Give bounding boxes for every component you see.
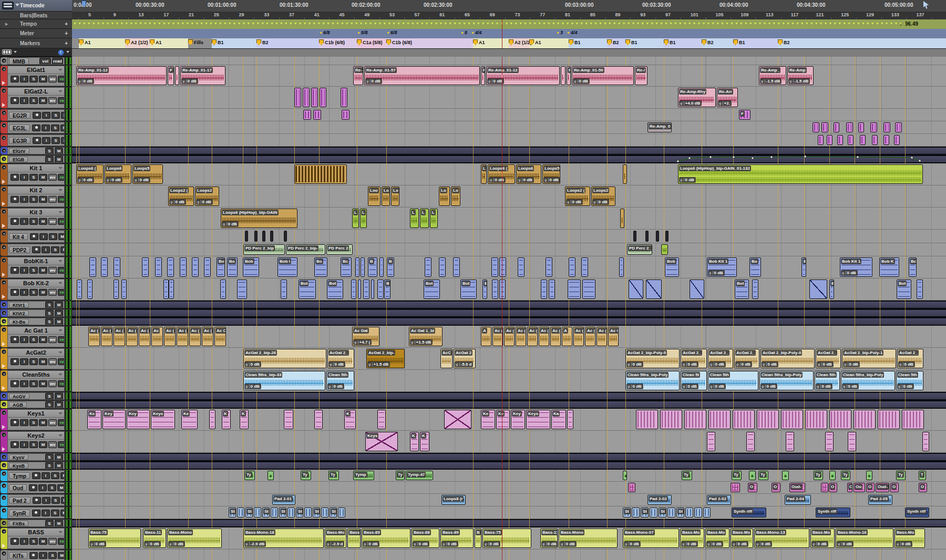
track-name[interactable]: EG3L (9, 125, 30, 131)
clip-gain-badge[interactable]: φ0 dB (489, 177, 506, 183)
marker[interactable]: A1 (150, 39, 162, 45)
clip[interactable]: Ac ( (527, 327, 538, 346)
clip[interactable]: AcGat 2_φ0 dB (327, 349, 354, 368)
marker[interactable]: B2 (778, 39, 790, 45)
clip[interactable]: Bob Kit 1φ0 dB (840, 257, 872, 277)
input-monitor-button[interactable]: I (39, 233, 48, 240)
track-name[interactable]: PDP2 (9, 246, 30, 253)
solo-button[interactable]: S (29, 441, 38, 448)
marker-flag-icon[interactable] (125, 39, 130, 45)
clip-gain-badge[interactable]: φ0 dB (682, 361, 698, 367)
clip-gain-badge[interactable]: φ0 dB (626, 361, 643, 367)
record-enable-button[interactable] (32, 472, 40, 479)
automation-read-button[interactable]: read (52, 58, 63, 65)
clip[interactable]: AcGat 2φ-5.0 d (454, 349, 476, 368)
ruler-label-tempo[interactable]: ▶ Tempo + (0, 19, 72, 29)
mute-button[interactable]: M (58, 233, 65, 240)
clip-gain-badge[interactable]: φ0 dB (144, 541, 161, 547)
collapse-icon[interactable] (2, 302, 6, 307)
clip[interactable]: Loops6 (φ0 dB (76, 164, 104, 184)
clip[interactable]: Ac C (214, 327, 226, 346)
clip-gain-badge[interactable]: φ0 dB (573, 78, 590, 84)
clip-gain-badge[interactable]: φ0 dB (222, 221, 239, 227)
clip-gain-badge[interactable]: φ-5.0 d (455, 361, 473, 367)
marker-flag-icon[interactable] (778, 39, 783, 45)
record-enable-button[interactable] (11, 441, 19, 448)
solo-button[interactable]: S (45, 462, 54, 469)
clip[interactable]: Synth riff (816, 507, 850, 517)
clip[interactable] (829, 410, 851, 429)
clip[interactable]: R (481, 66, 485, 85)
waveform-view-button[interactable]: wv (48, 441, 57, 448)
clip[interactable]: Ac ( (516, 327, 526, 346)
meter-event[interactable]: ▼5 (460, 30, 467, 35)
mute-button[interactable]: M (55, 302, 63, 308)
clip[interactable]: A (562, 327, 572, 346)
track-header[interactable]: KysBSM (0, 461, 72, 470)
collapse-icon[interactable] (2, 88, 6, 93)
track-header[interactable]: OudISM (0, 482, 72, 494)
clip[interactable]: Oud- (876, 483, 889, 492)
clip[interactable]: Bot (327, 279, 343, 299)
clip-gain-badge[interactable]: φ0 dB (77, 177, 94, 183)
marker-flag-icon[interactable] (319, 39, 324, 45)
track-menu-arrow-icon[interactable] (58, 434, 63, 437)
clip[interactable]: AcC (440, 349, 453, 368)
mute-button[interactable]: M (39, 289, 47, 296)
clip[interactable] (220, 279, 226, 299)
clip[interactable]: Bass-Moφ0 dB (731, 528, 753, 548)
solo-button[interactable]: S (45, 393, 54, 400)
clip[interactable]: St (296, 507, 303, 517)
record-enable-button[interactable] (11, 358, 19, 365)
marker-flag-icon[interactable] (569, 39, 573, 45)
clip[interactable]: Lo (382, 186, 390, 206)
clip[interactable]: Re-Ampφ-1.5 dB (787, 66, 814, 85)
solo-button[interactable]: S (52, 137, 60, 144)
collapse-icon[interactable] (2, 454, 6, 459)
marker-flag-icon[interactable] (188, 39, 193, 45)
clip[interactable]: Ac C (608, 327, 619, 346)
clip-gain-badge[interactable]: φ0 dB (760, 383, 777, 389)
clip[interactable] (142, 257, 149, 277)
clip[interactable] (314, 410, 323, 429)
mute-button[interactable]: M (39, 336, 47, 343)
record-enable-button[interactable] (11, 538, 19, 545)
clip[interactable] (623, 164, 627, 184)
volume-view-button[interactable]: vol (39, 58, 51, 65)
collapse-icon[interactable] (2, 483, 6, 488)
clip[interactable] (629, 279, 643, 299)
clip[interactable] (661, 244, 668, 255)
clip[interactable]: L (360, 209, 367, 228)
clip[interactable]: Re- (353, 66, 363, 85)
clip-gain-badge[interactable]: φ0 dB (896, 541, 912, 547)
clip-gain-badge[interactable]: φ0 dB (592, 199, 609, 205)
collapse-icon[interactable] (2, 136, 6, 140)
record-enable-button[interactable] (11, 218, 19, 225)
clip[interactable] (825, 432, 834, 451)
clip[interactable] (894, 135, 900, 145)
solo-button[interactable]: S (49, 233, 57, 240)
mute-button[interactable]: M (55, 454, 63, 461)
solo-button[interactable]: S (45, 454, 54, 461)
automation-read-button[interactable]: red (58, 419, 65, 426)
ruler-label-timecode[interactable]: Timecode (0, 0, 72, 12)
collapse-icon[interactable] (2, 110, 6, 115)
clip[interactable]: B (475, 528, 481, 548)
clip[interactable] (284, 231, 287, 242)
clip[interactable]: Loops2 (φ0 dB (565, 186, 590, 206)
clip[interactable]: E (482, 279, 487, 299)
track-name[interactable]: EG3R (9, 137, 30, 144)
mute-button[interactable]: M (39, 380, 47, 387)
clip[interactable]: Loops2φ0 dB (591, 186, 615, 206)
track-menu-arrow-icon[interactable] (58, 211, 63, 213)
track-header[interactable]: KysVSM (0, 453, 72, 461)
marker-flag-icon[interactable] (473, 39, 478, 45)
collapse-icon[interactable] (2, 187, 6, 192)
record-enable-button[interactable] (11, 419, 19, 426)
clip[interactable] (321, 507, 328, 517)
clip[interactable]: F (739, 110, 750, 120)
input-monitor-button[interactable]: I (20, 196, 28, 203)
clip[interactable]: Bo (217, 257, 225, 277)
clip[interactable]: Bo (227, 257, 238, 277)
mute-button[interactable]: M (39, 538, 47, 545)
